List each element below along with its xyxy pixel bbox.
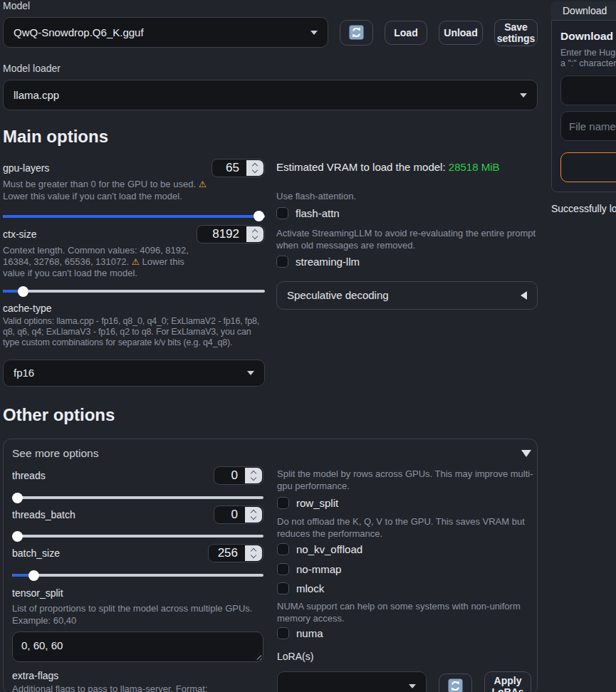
apply-loras-button[interactable]: Apply LoRAs [484,671,531,692]
chevron-down-icon [409,684,416,688]
threads-batch-slider[interactable] [12,531,263,542]
tensor-split-info: List of proportions to split the model a… [12,602,263,627]
vram-estimate: Estimated VRAM to load the model: 28518 … [276,161,538,173]
no-mmap-row: no-mmap [277,563,531,575]
gpu-layers-info: Must be greater than 0 for the GPU to be… [3,179,265,201]
model-loader-label: Model loader [3,63,538,74]
mlock-row: mlock [277,582,531,594]
other-options-heading: Other options [3,405,538,425]
flash-attn-info: Use flash-attention. [276,190,538,203]
refresh-icon [349,25,364,40]
model-row: QwQ-Snowdrop.Q6_K.gguf Load Unload Save … [3,17,538,48]
warning-icon: ⚠ [132,257,140,267]
vram-value: 28518 MiB [449,161,500,173]
streaming-llm-row: streaming-llm [276,256,538,268]
threads-label: threads [12,470,46,481]
no-kv-offload-row: no_kv_offload [277,543,531,555]
batch-size-slider[interactable] [12,570,263,581]
model-dropdown-value: QwQ-Snowdrop.Q6_K.gguf [14,26,144,38]
model-label: Model [3,0,538,11]
threads-batch-input[interactable]: 0 [214,505,263,524]
extra-flags-label: extra-flags [12,670,263,681]
streaming-llm-checkbox[interactable] [276,256,288,268]
row-split-row: row_split [277,497,531,509]
tensor-split-label: tensor_split [12,587,263,599]
warning-icon: ⚠ [199,179,207,189]
slider-handle[interactable] [18,286,28,297]
threads-slider[interactable] [12,493,263,503]
download-panel: Download model or LoRA Enter the Hugging… [551,20,616,192]
no-kv-offload-info: Do not offload the K, Q, V to the GPU. T… [277,515,531,540]
speculative-decoding-accordion[interactable]: Speculative decoding [276,281,538,310]
flash-attn-checkbox[interactable] [276,207,288,219]
flash-attn-label: flash-attn [296,207,340,219]
model-loader-value: llama.cpp [14,89,59,101]
lora-label: LoRA(s) [277,651,531,662]
download-info-line1: Enter the Hugging Face username/model pa… [560,48,616,58]
row-split-checkbox[interactable] [277,497,289,509]
resize-handle[interactable] [254,652,261,660]
file-name-input[interactable] [560,111,616,141]
mlock-label: mlock [296,582,324,594]
batch-size-input[interactable]: 256 [208,544,263,562]
ctx-size-info: Context length. Common values: 4096, 819… [3,245,265,279]
ctx-size-label: ctx-size [3,229,36,240]
cache-type-dropdown[interactable]: fp16 [3,360,265,387]
threads-batch-label: threads_batch [12,509,75,520]
number-spinner[interactable] [246,160,263,176]
load-button[interactable]: Load [385,21,427,45]
slider-handle[interactable] [12,531,23,542]
chevron-down-icon [247,371,254,375]
refresh-icon [448,678,463,692]
numa-checkbox[interactable] [277,627,289,639]
refresh-loras-button[interactable] [439,673,472,692]
cache-type-info: Valid options: llama.cpp - fp16, q8_0, q… [3,316,265,348]
main-options-heading: Main options [3,127,538,147]
chevron-down-icon [310,31,318,35]
number-spinner[interactable] [246,226,263,242]
cache-type-label: cache-type [3,303,265,314]
download-heading: Download model or LoRA [560,30,616,43]
batch-size-label: batch_size [12,547,60,559]
slider-handle[interactable] [254,211,264,221]
download-column: Download Download model or LoRA Enter th… [551,1,616,214]
number-spinner[interactable] [245,468,262,483]
no-kv-offload-checkbox[interactable] [277,543,289,555]
ctx-size-slider[interactable] [3,286,265,297]
number-spinner[interactable] [245,507,262,523]
see-more-options-header[interactable]: See more options [12,447,531,460]
model-path-input[interactable] [560,75,616,105]
chevron-left-icon [521,291,527,300]
main-column: Model QwQ-Snowdrop.Q6_K.gguf Load Unload… [0,0,538,692]
model-loader-dropdown[interactable]: llama.cpp [3,80,538,110]
cache-type-value: fp16 [14,367,34,379]
streaming-llm-info: Activate StreamingLLM to avoid re-evalua… [276,227,538,252]
row-split-label: row_split [296,497,338,509]
extra-flags-info: Additional flags to pass to llama-server… [12,683,263,692]
download-button[interactable]: Download [560,152,616,182]
chevron-down-icon [521,450,531,457]
no-kv-offload-label: no_kv_offload [296,543,362,555]
slider-handle[interactable] [12,493,23,503]
save-settings-button[interactable]: Save settings [494,19,538,46]
ctx-size-input[interactable]: 8192 [197,225,265,243]
no-mmap-label: no-mmap [296,563,341,575]
number-spinner[interactable] [245,545,262,561]
lora-dropdown[interactable] [277,671,427,692]
unload-button[interactable]: Unload [439,21,483,45]
download-info-line2: a ":" character like this: facebook/gala… [560,58,616,69]
tab-download[interactable]: Download [551,1,616,20]
tensor-split-input[interactable]: 0, 60, 60 [12,631,263,662]
numa-label: numa [296,627,323,639]
flash-attn-row: flash-attn [276,207,538,219]
slider-handle[interactable] [28,570,39,581]
see-more-options-accordion: See more options threads 0 threads_batch [3,439,538,692]
refresh-models-button[interactable] [340,20,373,46]
mlock-checkbox[interactable] [277,582,289,594]
chevron-down-icon [520,93,527,98]
model-dropdown[interactable]: QwQ-Snowdrop.Q6_K.gguf [3,17,328,48]
threads-input[interactable]: 0 [214,466,263,485]
no-mmap-checkbox[interactable] [277,563,289,575]
gpu-layers-input[interactable]: 65 [212,159,265,177]
gpu-layers-slider[interactable] [3,211,265,221]
